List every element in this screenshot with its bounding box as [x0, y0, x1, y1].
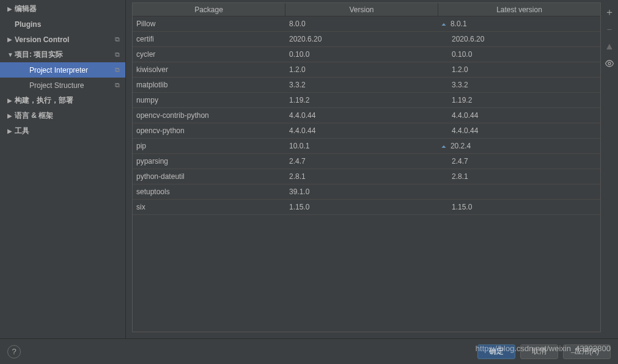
cell-version: 1.2.0 — [285, 65, 438, 74]
sidebar-item-label: 语言 & 框架 — [15, 111, 125, 121]
cell-version: 2020.6.20 — [285, 35, 438, 43]
help-button[interactable]: ? — [7, 345, 21, 359]
cell-latest: 2.4.7 — [438, 157, 600, 166]
tree-arrow-icon: ▶ — [7, 97, 15, 104]
cell-latest: 1.2.0 — [438, 65, 600, 74]
table-row[interactable]: numpy1.19.21.19.2 — [133, 93, 600, 108]
cell-package: cycler — [133, 50, 285, 59]
cell-package: certifi — [133, 35, 285, 43]
sidebar-item-5[interactable]: Project Structure⧉ — [0, 78, 125, 93]
add-package-button[interactable]: ＋ — [603, 6, 616, 18]
packages-table: Package Version Latest version Pillow8.0… — [132, 2, 601, 332]
ok-button[interactable]: 确定 — [477, 344, 515, 359]
sidebar-item-label: 工具 — [15, 126, 125, 136]
cell-latest: 4.4.0.44 — [438, 111, 600, 120]
sidebar-item-2[interactable]: ▶Version Control⧉ — [0, 32, 125, 47]
cell-latest: ▲20.2.4 — [438, 142, 600, 150]
eye-icon — [605, 59, 614, 68]
upgrade-available-icon: ▲ — [440, 21, 447, 26]
sidebar-item-3[interactable]: ▼项目: 项目实际⧉ — [0, 47, 125, 62]
cell-latest: 2.8.1 — [438, 172, 600, 181]
cell-package: six — [133, 203, 285, 211]
apply-button[interactable]: 应用(A) — [563, 344, 611, 359]
tree-arrow-icon: ▶ — [7, 112, 15, 119]
table-row[interactable]: certifi2020.6.202020.6.20 — [133, 32, 600, 47]
project-scope-icon: ⧉ — [115, 51, 125, 59]
table-body[interactable]: Pillow8.0.0▲8.0.1certifi2020.6.202020.6.… — [133, 16, 600, 332]
cell-version: 4.4.0.44 — [285, 126, 438, 135]
sidebar-item-8[interactable]: ▶工具 — [0, 123, 125, 139]
sidebar-item-4[interactable]: Project Interpreter⧉ — [0, 62, 125, 78]
table-row[interactable]: six1.15.01.15.0 — [133, 200, 600, 215]
sidebar-item-label: Project Interpreter — [15, 66, 115, 75]
cell-package: matplotlib — [133, 81, 285, 89]
table-row[interactable]: pip10.0.1▲20.2.4 — [133, 139, 600, 154]
sidebar-item-label: Plugins — [15, 20, 125, 29]
cell-latest: 3.3.2 — [438, 81, 600, 89]
cell-latest: 0.10.0 — [438, 50, 600, 59]
cell-version: 4.4.0.44 — [285, 111, 438, 120]
cell-latest: 4.4.0.44 — [438, 126, 600, 135]
table-row[interactable]: cycler0.10.00.10.0 — [133, 47, 600, 62]
sidebar-item-label: 编辑器 — [15, 4, 125, 14]
cell-latest: ▲8.0.1 — [438, 20, 600, 28]
header-version[interactable]: Version — [285, 3, 438, 16]
cell-package: numpy — [133, 96, 285, 104]
tree-arrow-icon: ▶ — [7, 36, 15, 43]
table-row[interactable]: pyparsing2.4.72.4.7 — [133, 154, 600, 169]
header-latest[interactable]: Latest version — [438, 3, 600, 16]
cell-package: Pillow — [133, 20, 285, 28]
sidebar-item-label: Project Structure — [15, 81, 115, 90]
remove-package-button[interactable]: － — [603, 23, 616, 35]
settings-sidebar: ▶编辑器Plugins▶Version Control⧉▼项目: 项目实际⧉Pr… — [0, 0, 126, 338]
cell-version: 2.4.7 — [285, 157, 438, 166]
table-header: Package Version Latest version — [133, 3, 600, 16]
cell-latest: 2020.6.20 — [438, 35, 600, 43]
cell-version: 10.0.1 — [285, 142, 438, 150]
tree-arrow-icon: ▼ — [7, 51, 15, 58]
sidebar-item-label: Version Control — [15, 35, 115, 44]
tree-arrow-icon: ▶ — [7, 128, 15, 134]
sidebar-item-6[interactable]: ▶构建，执行，部署 — [0, 93, 125, 108]
sidebar-item-label: 项目: 项目实际 — [15, 49, 115, 60]
cell-latest: 1.15.0 — [438, 203, 600, 211]
cell-package: pyparsing — [133, 157, 285, 166]
table-row[interactable]: python-dateutil2.8.12.8.1 — [133, 169, 600, 184]
header-package[interactable]: Package — [133, 3, 285, 16]
tree-arrow-icon: ▶ — [7, 5, 15, 12]
cell-version: 3.3.2 — [285, 81, 438, 89]
table-row[interactable]: Pillow8.0.0▲8.0.1 — [133, 16, 600, 32]
cell-version: 2.8.1 — [285, 172, 438, 181]
cell-version: 1.15.0 — [285, 203, 438, 211]
cell-package: python-dateutil — [133, 172, 285, 181]
table-row[interactable]: opencv-contrib-python4.4.0.444.4.0.44 — [133, 108, 600, 123]
cell-package: pip — [133, 142, 285, 150]
svg-point-0 — [608, 62, 611, 65]
table-row[interactable]: matplotlib3.3.23.3.2 — [133, 78, 600, 93]
cell-package: opencv-python — [133, 126, 285, 135]
cell-package: setuptools — [133, 187, 285, 196]
cell-package: opencv-contrib-python — [133, 111, 285, 120]
cell-version: 0.10.0 — [285, 50, 438, 59]
sidebar-item-7[interactable]: ▶语言 & 框架 — [0, 108, 125, 123]
cell-version: 1.19.2 — [285, 96, 438, 104]
upgrade-available-icon: ▲ — [440, 144, 447, 148]
cancel-button[interactable]: 取消 — [520, 344, 558, 359]
upgrade-package-button[interactable]: ▲ — [603, 40, 616, 53]
cell-version: 39.1.0 — [285, 187, 438, 196]
table-row[interactable]: setuptools39.1.0 — [133, 184, 600, 200]
cell-package: kiwisolver — [133, 65, 285, 74]
table-row[interactable]: opencv-python4.4.0.444.4.0.44 — [133, 123, 600, 139]
sidebar-item-label: 构建，执行，部署 — [15, 95, 125, 106]
table-row[interactable]: kiwisolver1.2.01.2.0 — [133, 62, 600, 78]
project-scope-icon: ⧉ — [115, 81, 125, 89]
cell-version: 8.0.0 — [285, 20, 438, 28]
package-actions: ＋ － ▲ — [601, 0, 618, 338]
dialog-footer: ? 确定 取消 应用(A) — [0, 338, 618, 364]
cell-latest: 1.19.2 — [438, 96, 600, 104]
project-scope-icon: ⧉ — [115, 66, 125, 74]
show-early-releases-button[interactable] — [603, 57, 616, 70]
sidebar-item-0[interactable]: ▶编辑器 — [0, 1, 125, 16]
project-scope-icon: ⧉ — [115, 35, 125, 43]
sidebar-item-1[interactable]: Plugins — [0, 16, 125, 32]
